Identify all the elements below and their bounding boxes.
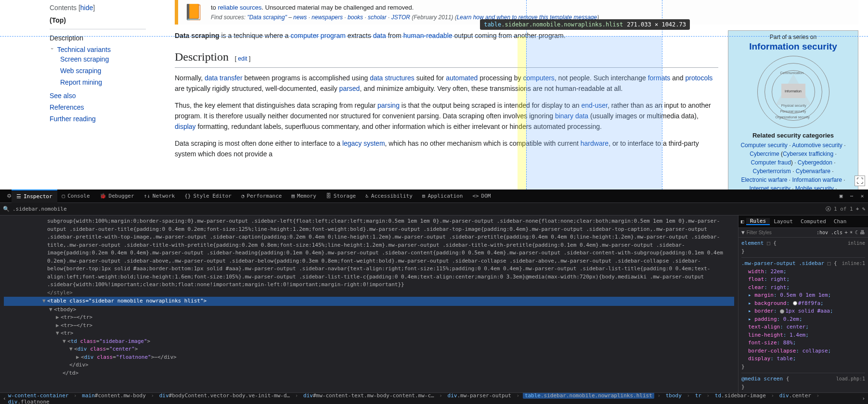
tab-performance[interactable]: ◔ Performance (236, 189, 286, 190)
infobox-links: Computer securityAutomotive security · C… (731, 141, 855, 189)
tab-debugger[interactable]: 🐞 Debugger (95, 189, 139, 190)
tab-accessibility[interactable]: ♿ Accessibility (361, 189, 417, 190)
table-of-contents: Contents [hide] (Top) Description › Tech… (40, 0, 175, 189)
link-formats[interactable]: formats (648, 74, 671, 82)
toc-item-further-reading[interactable]: Further reading (50, 115, 96, 123)
ib-link[interactable]: Cyberterrorism (752, 168, 790, 175)
txt: Thus, the key element that distinguishes… (175, 101, 377, 109)
toc-header: Contents [hide] (50, 4, 165, 12)
article-body: Data scraping is a technique where a com… (175, 30, 718, 189)
txt: Normally, (175, 74, 205, 82)
section-title-text: Description (175, 50, 229, 63)
link-parsed[interactable]: parsed (339, 85, 360, 92)
link-legacy-system[interactable]: legacy system (342, 139, 385, 147)
toc-item-description[interactable]: Description (50, 34, 83, 42)
toc-title-text: Contents (50, 4, 77, 12)
toc-hide-link[interactable]: hide (80, 4, 93, 12)
link-display[interactable]: display (175, 123, 196, 130)
pick-element-icon[interactable]: ⯐ (2, 189, 12, 190)
src-jstor[interactable]: JSTOR (391, 14, 410, 21)
link-computers[interactable]: computers (523, 74, 554, 82)
search-term-link[interactable]: "Data scraping" (247, 14, 287, 21)
toc-item-see-also[interactable]: See also (50, 92, 76, 100)
toc-item-references[interactable]: References (50, 103, 84, 111)
src-news[interactable]: news (293, 14, 307, 21)
tab-memory[interactable]: ▤ Memory (286, 189, 321, 190)
link-computer-program[interactable]: computer program (290, 32, 345, 39)
link-protocols[interactable]: protocols (685, 74, 713, 82)
warn-post: . Unsourced material may be challenged a… (262, 4, 414, 11)
txt: , which has no other mechanism which is … (385, 139, 581, 147)
toc-item-report-mining[interactable]: Report mining (60, 78, 102, 86)
txt: Data scraping is most often done either … (175, 139, 342, 147)
dash: – (287, 14, 293, 21)
tab-network[interactable]: ↑↓ Network (139, 189, 180, 190)
link-data-transfer[interactable]: data transfer (205, 74, 243, 82)
toc-divider (50, 29, 146, 29)
section-description: Description [ edit ] (175, 48, 718, 67)
toc-item-screen-scraping[interactable]: Screen scraping (60, 55, 109, 63)
tab-dom[interactable]: <> DOM (467, 189, 495, 190)
txt: between programs is accomplished using (243, 74, 370, 82)
diagram-label: Organizational security (776, 115, 810, 119)
toc-list: (Top) (50, 14, 165, 26)
tab-style-editor[interactable]: {} Style Editor (180, 189, 236, 190)
paragraph-1: Normally, data transfer between programs… (175, 73, 718, 94)
link-automated[interactable]: automated (446, 74, 478, 82)
infobox-title-link[interactable]: Information security (749, 41, 837, 51)
toc-item-technical[interactable]: Technical variants (57, 46, 111, 53)
tab-inspector[interactable]: ☰ Inspector (12, 189, 57, 190)
txt: and (670, 74, 685, 82)
book-icon: 📙 (184, 3, 203, 22)
page-content: Contents [hide] (Top) Description › Tech… (0, 0, 868, 189)
tab-application[interactable]: ⊞ Application (417, 189, 467, 190)
txt: is a technique where a (220, 32, 291, 39)
tab-console[interactable]: ▢ Console (57, 189, 95, 190)
link-binary-data[interactable]: binary data (555, 112, 588, 120)
tooltip-tag: table (484, 21, 501, 28)
ib-link[interactable]: Cybercrime (750, 151, 779, 157)
link-data-structures[interactable]: data structures (370, 74, 415, 82)
chevron-down-icon[interactable]: › (50, 48, 55, 53)
link-parsing[interactable]: parsing (377, 101, 400, 109)
src-scholar[interactable]: scholar (368, 14, 387, 21)
tooltip-classes: .sidebar.nomobile.nowraplinks.hlist (501, 21, 623, 28)
link-human-readable[interactable]: human-readable (403, 32, 453, 39)
diagram-label: Physical security (781, 104, 806, 107)
link-data[interactable]: data (373, 32, 386, 39)
toc-item-top[interactable]: (Top) (50, 14, 165, 26)
ib-link[interactable]: Information warfare (792, 177, 842, 183)
edit-link[interactable]: edit (238, 55, 247, 62)
infobox-diagram[interactable]: Information Communication Physical secur… (757, 56, 829, 128)
link-hardware[interactable]: hardware (581, 139, 609, 147)
ib-link[interactable]: Computer security (740, 142, 787, 149)
ib-link[interactable]: Cybergeddon (798, 159, 832, 166)
txt: extracts (346, 32, 373, 39)
src-books[interactable]: books (348, 14, 363, 21)
expand-button[interactable]: ⛶ (855, 176, 865, 186)
link-end-user[interactable]: end-user (581, 101, 607, 109)
tab-storage[interactable]: 🗄 Storage (321, 189, 361, 190)
txt: formatting, redundant labels, superfluou… (196, 123, 602, 130)
ib-link[interactable]: Electronic warfare (741, 177, 787, 183)
txt: processing by (478, 74, 523, 82)
toc-item-web-scraping[interactable]: Web scraping (60, 67, 101, 75)
diagram-label: Communication (780, 71, 804, 75)
txt: is that the output being scraped is inte… (400, 101, 581, 109)
txt: , and minimize ambiguity. Very often, th… (360, 85, 622, 92)
ib-link[interactable]: Mobile security (795, 185, 834, 189)
ib-link[interactable]: Internet security (749, 185, 790, 189)
ib-link[interactable]: Computer fraud (751, 159, 790, 166)
ib-link[interactable]: Automotive security (792, 142, 842, 149)
txt: suited for (415, 74, 446, 82)
toc-gutter (0, 0, 40, 189)
ib-link[interactable]: Cyberwarfare (796, 168, 830, 175)
warning-date: (February 2011) (412, 14, 453, 21)
reliable-sources-link[interactable]: reliable sources (218, 4, 261, 11)
diagram-center-label: Information (781, 84, 805, 98)
src-newspapers[interactable]: newspapers (311, 14, 343, 21)
tooltip-dims: 271.033 × 1042.73 (627, 21, 686, 28)
txt: output coming from another program. (453, 32, 566, 39)
ib-link[interactable]: Cybersex trafficking (783, 151, 833, 157)
infobox-sidebar: Part of a series on Information security… (728, 30, 858, 189)
